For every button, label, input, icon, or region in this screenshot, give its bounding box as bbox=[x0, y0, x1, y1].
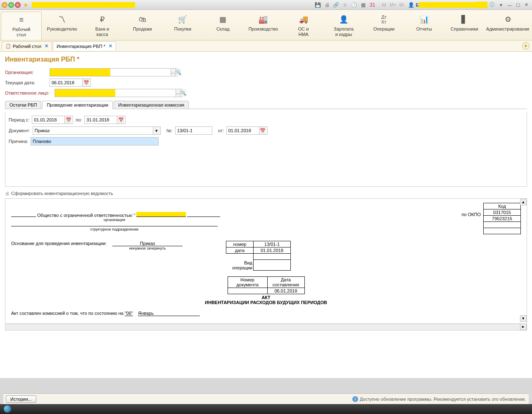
ribbon-desktop[interactable]: ≡Рабочий стол bbox=[1, 12, 42, 40]
opvid-label: Вид операции bbox=[226, 260, 254, 271]
from-date-input[interactable] bbox=[227, 127, 259, 134]
document-input[interactable] bbox=[33, 127, 153, 134]
scroll-up-button[interactable]: ▴ bbox=[520, 199, 527, 205]
calendar-icon[interactable]: 31 bbox=[369, 2, 376, 8]
date-input[interactable] bbox=[50, 79, 82, 86]
subtab-commission[interactable]: Инвентаризационная комиссия bbox=[114, 101, 189, 109]
favorite-icon[interactable]: ★ bbox=[23, 2, 28, 8]
subtab-conduct[interactable]: Проведение инвентаризации bbox=[42, 101, 113, 109]
close-button[interactable]: ✕ bbox=[523, 2, 530, 8]
period-to-label: по: bbox=[76, 117, 82, 122]
titlebar-btn-3[interactable] bbox=[15, 2, 21, 8]
ribbon-operations[interactable]: ДтКтОперации bbox=[364, 12, 404, 40]
number-input[interactable] bbox=[176, 127, 211, 134]
org-label: Организация: bbox=[5, 70, 50, 75]
ribbon-salary[interactable]: 👤Зарплата и кадры bbox=[323, 12, 363, 40]
ribbon-references[interactable]: ▋Справочники bbox=[444, 12, 484, 40]
report-subdiv-caption: структурное подразделение bbox=[11, 227, 218, 231]
period-from-calendar-button[interactable]: 📅 bbox=[64, 116, 72, 124]
tab-inventory[interactable]: Инвентаризация РБП * ✕ bbox=[53, 41, 116, 50]
ribbon-bank[interactable]: ₽Банк и касса bbox=[82, 12, 122, 40]
history-button[interactable]: История... bbox=[6, 395, 36, 403]
notification-badge[interactable] bbox=[477, 2, 487, 8]
collapse-ribbon-button[interactable]: ▾ bbox=[522, 42, 530, 50]
start-orb-icon bbox=[4, 405, 11, 413]
document-tabs: 📋 Рабочий стол ✕ Инвентаризация РБП * ✕ … bbox=[0, 40, 532, 52]
responsible-search-button[interactable]: 🔍 bbox=[180, 89, 186, 97]
document-dropdown-button[interactable]: ▾ bbox=[153, 127, 160, 134]
org-search-button[interactable]: 🔍 bbox=[175, 69, 181, 76]
titlebar: ★ 💾 🖨 🔗 ☆ 🕓 ▦ 31 M M+ M- 👤 E ⓘ ▾ — ▢ ✕ bbox=[0, 0, 532, 10]
tab-close-button[interactable]: ✕ bbox=[109, 43, 112, 49]
windows-taskbar bbox=[0, 404, 532, 414]
main-ribbon: ≡Рабочий стол 〽Руководителю ₽Банк и касс… bbox=[0, 10, 532, 40]
memory-mminus-icon[interactable]: M- bbox=[399, 2, 406, 8]
scroll-down-button[interactable]: ▾ bbox=[520, 315, 527, 322]
subtab-balances[interactable]: Остатки РБП bbox=[5, 101, 41, 109]
basis-value: Приказ bbox=[112, 241, 183, 246]
ribbon-manager[interactable]: 〽Руководителю bbox=[42, 12, 82, 40]
print-icon[interactable]: 🖨 bbox=[324, 2, 330, 8]
clock-icon[interactable]: 🕓 bbox=[351, 2, 358, 8]
titlebar-btn-2[interactable] bbox=[8, 2, 14, 8]
ribbon-sales[interactable]: 🛍Продажи bbox=[122, 12, 162, 40]
ruble-icon: ₽ bbox=[84, 15, 121, 24]
ribbon-reports[interactable]: 📊Отчеты bbox=[404, 12, 444, 40]
commission-day: "06" bbox=[125, 311, 133, 316]
nomer-value: 13/01-1 bbox=[254, 241, 291, 247]
period-from-input[interactable] bbox=[32, 116, 64, 124]
report-preview: ▴ ▾ ▸ Общество с ограниченной ответствен… bbox=[5, 198, 527, 331]
responsible-input-rest[interactable] bbox=[115, 89, 176, 97]
ribbon-production[interactable]: 🏭Производство bbox=[243, 12, 283, 40]
ribbon-warehouse[interactable]: ▦Склад bbox=[203, 12, 243, 40]
from-date-calendar-button[interactable]: 📅 bbox=[259, 127, 266, 134]
basis-caption: ненужное зачеркнуть bbox=[110, 246, 185, 250]
basis-label: Основание для проведения инвентаризации: bbox=[11, 241, 110, 246]
boxes-icon: ▦ bbox=[204, 15, 241, 24]
nomer-label: номер bbox=[226, 241, 254, 247]
cart-icon: 🛒 bbox=[164, 15, 201, 24]
period-to-calendar-button[interactable]: 📅 bbox=[117, 116, 124, 124]
responsible-input[interactable] bbox=[55, 89, 115, 97]
person-icon: 👤 bbox=[325, 15, 362, 24]
save-icon[interactable]: 💾 bbox=[315, 2, 321, 8]
data-value: 01.01.2018 bbox=[254, 247, 291, 254]
tab-label: Рабочий стол bbox=[13, 44, 41, 49]
tab-close-button[interactable]: ✕ bbox=[45, 43, 48, 49]
ribbon-assets[interactable]: 🚚ОС и НМА bbox=[283, 12, 323, 40]
minimize-button[interactable]: — bbox=[506, 2, 513, 8]
titlebar-btn-1[interactable] bbox=[2, 2, 7, 8]
report-body[interactable]: Общество с ограниченной ответственностью… bbox=[5, 199, 527, 323]
star-icon[interactable]: ☆ bbox=[342, 2, 349, 8]
link-icon[interactable]: 🔗 bbox=[333, 2, 340, 8]
memory-m-icon[interactable]: M bbox=[381, 2, 387, 8]
dropdown-icon[interactable]: ▾ bbox=[498, 2, 504, 8]
responsible-select-button[interactable]: … bbox=[176, 89, 180, 97]
reason-input[interactable] bbox=[31, 138, 158, 145]
scroll-right-button[interactable]: ▸ bbox=[520, 324, 527, 330]
status-footer: История... i Доступно обновление програм… bbox=[3, 393, 529, 404]
page-content: Инвентаризация РБП * Организация: … 🔍 Те… bbox=[0, 52, 532, 378]
from-date-label: от: bbox=[218, 128, 224, 133]
info-icon: i bbox=[352, 396, 358, 402]
org-input[interactable] bbox=[50, 69, 110, 76]
start-button[interactable] bbox=[0, 404, 15, 414]
period-to-input[interactable] bbox=[85, 116, 117, 124]
org-input-rest[interactable] bbox=[110, 69, 171, 76]
update-notification[interactable]: i Доступно обновление программы. Рекомен… bbox=[352, 396, 526, 402]
info-icon[interactable]: ⓘ bbox=[489, 2, 495, 8]
number-label: №: bbox=[166, 128, 173, 133]
tab-desktop[interactable]: 📋 Рабочий стол ✕ bbox=[2, 41, 52, 50]
memory-mplus-icon[interactable]: M+ bbox=[390, 2, 397, 8]
horizontal-scrollbar[interactable] bbox=[5, 324, 520, 330]
report-org-redacted bbox=[136, 212, 186, 217]
date-calendar-button[interactable]: 📅 bbox=[82, 79, 90, 86]
calc-icon[interactable]: ▦ bbox=[360, 2, 367, 8]
org-select-button[interactable]: … bbox=[171, 69, 175, 76]
page-title: Инвентаризация РБП * bbox=[5, 56, 527, 63]
ribbon-admin[interactable]: ⚙Администрирование bbox=[484, 12, 531, 40]
user-prefix: E bbox=[416, 2, 419, 7]
maximize-button[interactable]: ▢ bbox=[515, 2, 521, 8]
generate-report-link[interactable]: 🖨 Сформировать инвентаризационную ведомо… bbox=[5, 191, 527, 196]
ribbon-purchases[interactable]: 🛒Покупки bbox=[163, 12, 203, 40]
